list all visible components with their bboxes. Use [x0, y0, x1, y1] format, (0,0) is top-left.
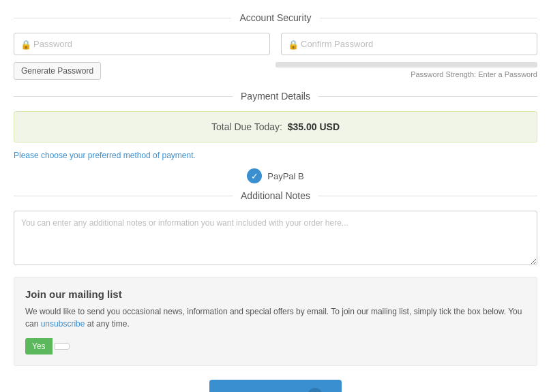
header-line-left — [14, 18, 231, 18]
header-line-right — [320, 18, 537, 18]
confirm-password-input[interactable] — [281, 33, 537, 55]
mailing-toggle-row: Yes — [25, 338, 526, 355]
account-security-title: Account Security — [231, 12, 319, 23]
complete-order-label: Complete Order — [228, 390, 301, 393]
notes-line-right — [318, 196, 537, 196]
lock-icon-password: 🔒 — [20, 39, 31, 49]
additional-notes-title: Additional Notes — [233, 190, 318, 201]
generate-password-button[interactable]: Generate Password — [14, 62, 101, 80]
password-row: 🔒 🔒 — [14, 33, 537, 55]
paypal-check-icon[interactable]: ✓ — [247, 168, 262, 183]
total-label: Total Due Today: — [211, 121, 282, 132]
notes-header: Additional Notes — [14, 190, 537, 201]
complete-order-arrow-icon: ➜ — [308, 388, 323, 392]
generate-password-col: Generate Password — [14, 62, 276, 80]
account-security-header: Account Security — [14, 12, 537, 23]
complete-order-button[interactable]: Complete Order ➜ — [209, 380, 342, 392]
notes-line-left — [14, 196, 233, 196]
password-input[interactable] — [14, 33, 270, 55]
lock-icon-confirm: 🔒 — [288, 39, 299, 49]
confirm-password-field-wrapper: 🔒 — [281, 33, 537, 55]
payment-details-title: Payment Details — [233, 91, 318, 102]
password-strength-text: Password Strength: Enter a Password — [276, 70, 537, 78]
total-due-box: Total Due Today: $35.00 USD — [14, 111, 537, 142]
payment-line-left — [14, 96, 233, 97]
additional-notes-section: Additional Notes — [14, 190, 537, 267]
generate-password-row: Generate Password Password Strength: Ent… — [14, 62, 537, 80]
additional-notes-textarea[interactable] — [14, 211, 537, 265]
payment-details-header: Payment Details — [14, 91, 537, 102]
paypal-row: ✓ PayPal B — [14, 168, 537, 183]
mailing-no-button[interactable] — [55, 343, 70, 350]
mailing-list-body: We would like to send you occasional new… — [25, 305, 526, 330]
complete-order-row: Complete Order ➜ — [14, 380, 537, 392]
paypal-label[interactable]: PayPal B — [267, 171, 303, 181]
mailing-yes-button[interactable]: Yes — [25, 338, 53, 355]
payment-details-section: Payment Details Total Due Today: $35.00 … — [14, 91, 537, 183]
unsubscribe-link[interactable]: unsubscribe — [41, 319, 85, 329]
password-field-wrapper: 🔒 — [14, 33, 270, 55]
password-strength-col: Password Strength: Enter a Password — [276, 62, 537, 78]
mailing-list-box: Join our mailing list We would like to s… — [14, 277, 537, 366]
preferred-payment-text: Please choose your preferred method of p… — [14, 151, 537, 160]
total-amount: $35.00 USD — [288, 121, 340, 132]
mailing-list-heading: Join our mailing list — [25, 288, 526, 300]
password-strength-bar — [276, 62, 537, 67]
account-security-section: Account Security 🔒 🔒 Generate Password P… — [14, 12, 537, 80]
payment-line-right — [318, 96, 537, 97]
